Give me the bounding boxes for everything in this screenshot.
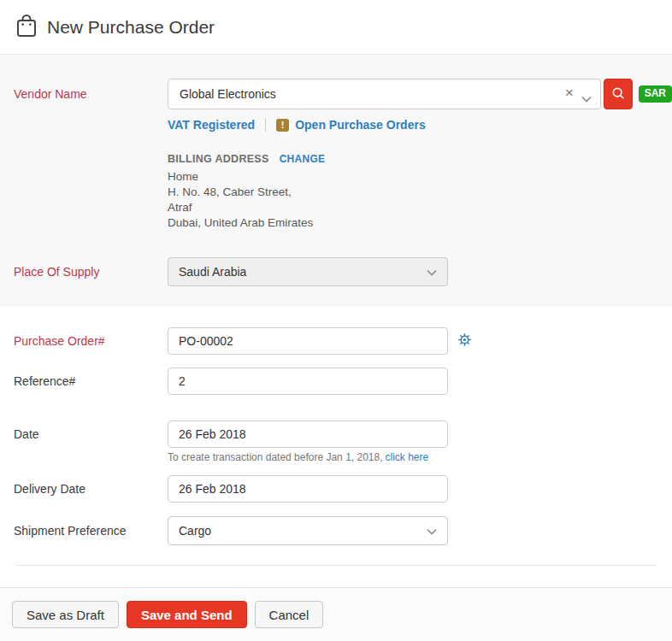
warning-icon: ! bbox=[276, 119, 289, 132]
purchase-order-number-label: Purchase Order# bbox=[14, 334, 168, 348]
date-row: Date To create transaction dated before … bbox=[0, 420, 672, 463]
open-purchase-orders-label: Open Purchase Orders bbox=[295, 118, 426, 132]
address-line: H. No. 48, Caber Street, bbox=[168, 185, 672, 200]
chevron-down-icon bbox=[427, 524, 437, 538]
vendor-name-combobox[interactable]: × bbox=[168, 79, 601, 109]
billing-address-block: BILLING ADDRESS CHANGE Home H. No. 48, C… bbox=[168, 153, 672, 231]
gear-icon bbox=[457, 332, 472, 350]
delivery-date-input[interactable] bbox=[168, 475, 448, 503]
vendor-section: Vendor Name × SAR VAT Registered ! Open … bbox=[0, 55, 672, 307]
vendor-name-row: Vendor Name × SAR bbox=[0, 79, 672, 109]
place-of-supply-value: Saudi Arabia bbox=[179, 265, 246, 279]
shipment-preference-row: Shipment Preference Cargo bbox=[0, 516, 672, 545]
date-label: Date bbox=[14, 420, 168, 441]
clear-icon[interactable]: × bbox=[565, 85, 574, 102]
currency-badge: SAR bbox=[639, 85, 672, 103]
delivery-date-label: Delivery Date bbox=[14, 482, 168, 496]
vendor-name-input[interactable] bbox=[168, 79, 601, 109]
change-address-link[interactable]: CHANGE bbox=[280, 153, 326, 165]
vat-registered-label: VAT Registered bbox=[168, 118, 255, 132]
place-of-supply-label: Place Of Supply bbox=[14, 265, 168, 279]
delivery-date-row: Delivery Date bbox=[0, 475, 672, 503]
page-header: New Purchase Order bbox=[0, 0, 672, 55]
date-input[interactable] bbox=[168, 420, 448, 448]
section-divider bbox=[15, 565, 657, 566]
save-as-draft-button[interactable]: Save as Draft bbox=[12, 601, 119, 628]
address-line: Home bbox=[168, 169, 672, 185]
place-of-supply-row: Place Of Supply Saudi Arabia bbox=[0, 257, 672, 286]
date-helper-text: To create transaction dated before Jan 1… bbox=[168, 451, 448, 463]
vendor-name-label: Vendor Name bbox=[14, 79, 168, 101]
shipment-preference-select[interactable]: Cargo bbox=[168, 516, 448, 545]
vat-registered-link[interactable]: VAT Registered bbox=[168, 118, 255, 132]
chevron-down-icon[interactable] bbox=[581, 91, 592, 106]
reference-number-label: Reference# bbox=[14, 374, 168, 388]
place-of-supply-select[interactable]: Saudi Arabia bbox=[168, 257, 448, 286]
date-field-col: To create transaction dated before Jan 1… bbox=[168, 420, 448, 463]
address-line: Dubai, United Arab Emirates bbox=[168, 215, 672, 231]
date-helper-prefix: To create transaction dated before Jan 1… bbox=[168, 451, 383, 463]
purchase-order-number-row: Purchase Order# bbox=[0, 327, 672, 355]
chevron-down-icon bbox=[427, 265, 437, 279]
save-and-send-button[interactable]: Save and Send bbox=[127, 601, 247, 628]
links-divider bbox=[265, 118, 266, 132]
click-here-link[interactable]: click here bbox=[386, 451, 429, 463]
search-icon bbox=[610, 85, 626, 103]
shopping-bag-icon bbox=[15, 13, 38, 42]
po-number-settings-button[interactable] bbox=[457, 332, 472, 350]
vendor-links-row: VAT Registered ! Open Purchase Orders bbox=[168, 118, 672, 132]
order-details-section: Purchase Order# Reference# Date T bbox=[0, 307, 672, 566]
page-title: New Purchase Order bbox=[47, 17, 215, 38]
billing-address-heading: BILLING ADDRESS bbox=[168, 153, 269, 165]
shipment-preference-value: Cargo bbox=[179, 524, 211, 538]
cancel-button[interactable]: Cancel bbox=[255, 601, 324, 628]
footer-action-bar: Save as Draft Save and Send Cancel bbox=[0, 587, 672, 641]
reference-number-input[interactable] bbox=[168, 368, 448, 395]
reference-number-row: Reference# bbox=[0, 368, 672, 395]
address-line: Atraf bbox=[168, 200, 672, 215]
shipment-preference-label: Shipment Preference bbox=[14, 524, 168, 538]
vendor-search-button[interactable] bbox=[604, 79, 633, 109]
open-purchase-orders-link[interactable]: ! Open Purchase Orders bbox=[276, 118, 426, 132]
purchase-order-number-input[interactable] bbox=[168, 327, 448, 355]
